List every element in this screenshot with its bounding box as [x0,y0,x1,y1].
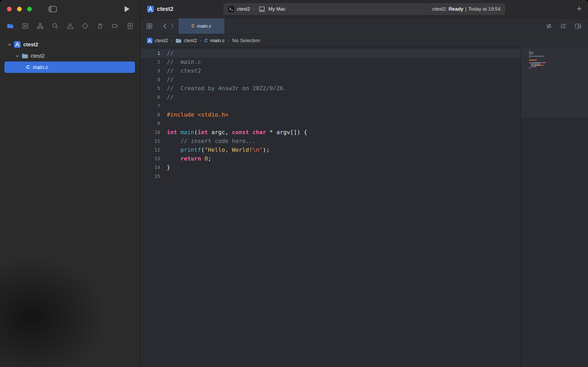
jumpbar-item-group[interactable]: ctest2 [184,38,197,43]
disclosure-chevron-icon[interactable] [14,55,20,57]
chevron-right-icon: › [170,38,173,43]
xcode-project-icon [147,6,154,12]
terminal-target-icon [228,6,234,12]
c-file-icon: C [205,38,208,43]
editor-options [546,18,588,34]
code-line[interactable]: 7 [140,102,521,110]
debug-navigator-icon[interactable] [96,22,104,30]
laptop-icon [258,6,266,12]
go-forward-button[interactable] [171,23,174,29]
tree-item-group[interactable]: ctest2 [4,50,135,62]
chevron-right-icon: › [253,6,255,12]
scheme-name: ctest2 [237,6,250,12]
go-back-button[interactable] [163,23,167,29]
code-line[interactable]: 5// Created by 4nsw3r on 2022/9/26. [140,84,521,93]
source-control-navigator-icon[interactable] [21,22,29,30]
c-file-icon: C [191,24,194,29]
code-line[interactable]: 13 return 0; [140,154,521,163]
line-number: 1 [140,49,160,58]
code-line[interactable]: 9 [140,119,521,128]
tree-item-label: main.c [33,64,48,70]
line-number: 13 [140,154,160,163]
line-number: 5 [140,84,160,93]
zoom-window-button[interactable] [27,7,32,11]
code-line[interactable]: 2// main.c [140,58,521,66]
code-editor[interactable]: 1//2// main.c3// ctest24//5// Created by… [140,47,521,367]
navigator-bar [0,18,140,34]
run-destination: My Mac [268,6,286,12]
jump-bar: ctest2 › ctest2 › C main.c › No Selectio… [140,34,588,47]
tree-item-file[interactable]: C main.c [4,62,135,73]
code-line[interactable]: 3// ctest2 [140,66,521,75]
adjust-editor-options-icon[interactable] [560,23,567,29]
related-items-grid-icon[interactable] [146,23,153,29]
chevron-right-icon: › [199,38,202,43]
breakpoint-navigator-icon[interactable] [111,22,119,30]
c-file-icon: C [26,65,30,70]
folder-icon [22,53,28,59]
line-number: 7 [140,102,160,110]
line-number: 2 [140,58,160,66]
code-line[interactable]: 12 printf("Hello, World!\n"); [140,146,521,154]
test-navigator-icon[interactable] [81,22,89,30]
code-review-icon[interactable] [546,23,552,29]
code-line[interactable]: 15 [140,172,521,181]
line-number: 4 [140,75,160,84]
line-number: 15 [140,172,160,181]
tab-bar-controls [140,18,174,34]
line-number: 9 [140,119,160,128]
library-add-button[interactable]: + [577,4,582,13]
code-line[interactable]: 10int main(int argc, const char * argv[]… [140,128,521,137]
minimap[interactable] [521,47,588,367]
add-editor-icon[interactable] [575,23,581,29]
status-separator: | [465,6,466,12]
tree-item-label: ctest2 [23,42,38,48]
minimize-window-button[interactable] [17,7,22,11]
tab-main-c[interactable]: C main.c [178,18,225,34]
main-area: ctest2 ctest2 › My Mac ctest2:Ready|Toda… [140,0,588,367]
line-number: 11 [140,137,160,146]
xcode-project-icon [14,41,21,48]
divider [158,23,158,29]
activity-viewer: ctest2 › My Mac ctest2:Ready|Today at 19… [223,3,505,15]
line-number: 10 [140,128,160,137]
disclosure-chevron-icon[interactable] [7,43,12,46]
symbol-navigator-icon[interactable] [36,22,44,30]
status-time: Today at 19:54 [468,6,501,12]
code-line[interactable]: 6// [140,93,521,102]
line-number: 3 [140,66,160,75]
window-project-title: ctest2 [157,6,174,12]
xcode-window: ctest2 ctest2 C main.c [0,0,588,367]
run-button[interactable] [124,6,130,12]
jumpbar-item-selection[interactable]: No Selection [232,38,260,43]
issue-navigator-icon[interactable] [66,22,74,30]
line-number: 8 [140,110,160,119]
sidebar-toolbar [0,0,140,18]
find-navigator-icon[interactable] [51,22,59,30]
toggle-sidebar-button[interactable] [49,6,57,12]
project-badge: ctest2 [147,6,174,12]
code-line[interactable]: 8#include <stdio.h> [140,110,521,119]
status-state: Ready [449,6,463,12]
jumpbar-item-project[interactable]: ctest2 [155,38,168,43]
line-number: 12 [140,146,160,154]
activity-status: ctest2:Ready|Today at 19:54 [432,6,501,12]
code-line[interactable]: 1// [140,49,521,58]
line-number: 14 [140,163,160,172]
folder-icon [176,38,182,43]
jumpbar-item-file[interactable]: main.c [210,38,225,43]
project-tree: ctest2 ctest2 C main.c [0,34,140,73]
editor-tab-bar: C main.c [140,18,588,34]
code-line[interactable]: 11 // insert code here... [140,137,521,146]
chevron-right-icon: › [227,38,230,43]
scheme-selector[interactable]: ctest2 › My Mac [228,6,286,12]
tree-item-label: ctest2 [31,53,44,59]
project-navigator-icon[interactable] [6,22,14,30]
close-window-button[interactable] [7,7,12,11]
code-line[interactable]: 14} [140,163,521,172]
tree-item-project-root[interactable]: ctest2 [4,39,135,50]
tab-label: main.c [197,23,212,29]
report-navigator-icon[interactable] [126,22,134,30]
code-line[interactable]: 4// [140,75,521,84]
line-number: 6 [140,93,160,102]
